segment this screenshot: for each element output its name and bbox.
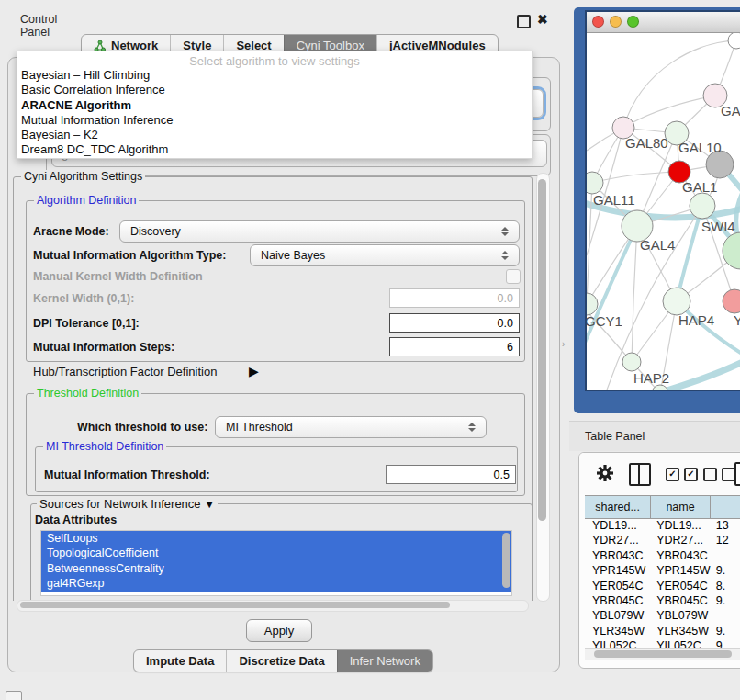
file-icon[interactable] bbox=[734, 462, 740, 486]
kernel-width-label: Kernel Width (0,1): bbox=[33, 292, 134, 305]
unchecked-box-icon bbox=[703, 468, 717, 481]
table-panel: ✓ ✓ shared...name YDL19...YDL19...13YDR2… bbox=[578, 452, 740, 669]
tab-label: Infer Network bbox=[350, 654, 420, 668]
network-canvas[interactable]: GALGAL80GAL10GAL1GAL11SWI4GAL4GCY1HAP4YH… bbox=[587, 33, 740, 390]
algorithm-option[interactable]: Mutual Information Inference bbox=[17, 113, 532, 128]
table-cell: YBR045C bbox=[585, 594, 651, 609]
which-threshold-value: MI Threshold bbox=[226, 421, 293, 434]
combo-spinner-icon bbox=[501, 227, 509, 236]
algorithm-option[interactable]: Bayesian – K2 bbox=[17, 128, 532, 142]
aracne-mode-combobox[interactable]: Discovery bbox=[119, 220, 520, 243]
apply-button[interactable]: Apply bbox=[246, 619, 312, 642]
network-node[interactable] bbox=[587, 293, 598, 315]
algorithm-option[interactable]: Basic Correlation Inference bbox=[17, 83, 532, 97]
network-edge[interactable] bbox=[623, 96, 715, 128]
node-label: SWI4 bbox=[701, 219, 735, 234]
mi-threshold-input[interactable]: 0.5 bbox=[386, 465, 516, 484]
network-node[interactable] bbox=[622, 353, 641, 371]
data-attribute-item[interactable]: BetweennessCentrality bbox=[41, 561, 511, 576]
data-attributes-label: Data Attributes bbox=[35, 514, 117, 526]
minimize-traffic-light[interactable] bbox=[610, 16, 622, 28]
table-cell: YER054C bbox=[585, 580, 651, 594]
list-scrollbar[interactable] bbox=[502, 533, 510, 588]
data-attributes-list[interactable]: SelfLoopsTopologicalCoefficientBetweenne… bbox=[40, 530, 512, 596]
algorithm-definition-title: Algorithm Definition bbox=[34, 194, 139, 207]
dock-panel-icon[interactable] bbox=[6, 691, 22, 700]
select-all-icon[interactable]: ✓ ✓ bbox=[666, 468, 698, 481]
network-window-titlebar[interactable] bbox=[587, 12, 740, 33]
table-row[interactable]: YLR345WYLR345W9. bbox=[585, 625, 740, 639]
column-view-icon[interactable] bbox=[629, 463, 651, 486]
deselect-all-icon[interactable] bbox=[703, 468, 735, 481]
network-edge[interactable] bbox=[592, 172, 679, 183]
table-column-header[interactable]: name bbox=[651, 496, 711, 518]
table-row[interactable]: YDR27...YDR27...12 bbox=[585, 534, 740, 548]
unchecked-box-icon bbox=[722, 468, 735, 481]
table-cell: YDR27... bbox=[651, 534, 711, 548]
table-cell: YBR043C bbox=[651, 549, 711, 564]
table-row[interactable]: YER054CYER054C8. bbox=[585, 580, 740, 594]
network-node[interactable] bbox=[728, 33, 740, 49]
settings-viewport: Cyni Algorithm Settings Algorithm Defini… bbox=[8, 169, 539, 601]
combo-spinner-icon bbox=[468, 423, 476, 432]
node-label: Y bbox=[734, 312, 740, 328]
tab-impute-data[interactable]: Impute Data bbox=[134, 650, 226, 672]
mi-algorithm-type-label: Mutual Information Algorithm Type: bbox=[33, 249, 226, 262]
network-view-window: GALGAL80GAL10GAL1GAL11SWI4GAL4GCY1HAP4YH… bbox=[574, 7, 740, 413]
table-column-header[interactable] bbox=[711, 496, 740, 518]
table-cell: 9. bbox=[711, 594, 740, 609]
algorithm-option[interactable]: ARACNE Algorithm bbox=[17, 98, 532, 113]
table-cell: YDR27... bbox=[585, 534, 651, 548]
expand-right-icon[interactable]: ▶ bbox=[249, 364, 259, 378]
close-traffic-light[interactable] bbox=[592, 16, 604, 28]
scrollbar-thumb[interactable] bbox=[594, 650, 732, 658]
network-node[interactable] bbox=[723, 289, 740, 313]
table-column-header[interactable]: shared... bbox=[585, 496, 651, 518]
aracne-mode-value: Discovery bbox=[130, 225, 181, 238]
table-row[interactable]: YDL19...YDL19...13 bbox=[585, 519, 740, 534]
network-node[interactable] bbox=[587, 172, 603, 194]
algorithm-option[interactable]: Dream8 DC_TDC Algorithm bbox=[17, 142, 532, 157]
bottom-tabbar: Impute DataDiscretize DataInfer Network bbox=[133, 649, 433, 672]
mi-steps-input[interactable]: 6 bbox=[389, 337, 520, 356]
network-edge[interactable] bbox=[632, 226, 637, 362]
kernel-width-input[interactable]: 0.0 bbox=[389, 288, 520, 308]
mi-threshold-definition-title: MI Threshold Definition bbox=[43, 440, 166, 453]
network-node[interactable] bbox=[663, 288, 690, 315]
node-label: GAL bbox=[721, 103, 740, 119]
table-horizontal-scrollbar[interactable] bbox=[585, 648, 740, 660]
table-header-row: shared...name bbox=[585, 495, 740, 519]
mi-threshold-value: 0.5 bbox=[494, 469, 510, 481]
zoom-traffic-light[interactable] bbox=[627, 16, 639, 28]
mi-algorithm-type-combobox[interactable]: Naive Bayes bbox=[250, 244, 520, 266]
which-threshold-combobox[interactable]: MI Threshold bbox=[215, 416, 487, 438]
node-label: HAP4 bbox=[678, 312, 714, 328]
float-window-icon[interactable] bbox=[517, 15, 531, 28]
scrollbar-thumb[interactable] bbox=[538, 179, 546, 521]
gear-icon[interactable] bbox=[595, 463, 615, 483]
settings-vertical-scrollbar[interactable] bbox=[536, 173, 550, 602]
network-node[interactable] bbox=[690, 193, 715, 219]
collapse-down-icon[interactable]: ▼ bbox=[204, 498, 215, 511]
table-row[interactable]: YBR045CYBR045C9. bbox=[585, 594, 740, 609]
algorithm-option[interactable]: Bayesian – Hill Climbing bbox=[17, 68, 532, 83]
table-row[interactable]: YPR145WYPR145W9. bbox=[585, 564, 740, 579]
cyni-settings-group-title: Cyni Algorithm Settings bbox=[21, 170, 145, 183]
data-attribute-item[interactable]: SelfLoops bbox=[41, 531, 511, 546]
manual-kernel-width-checkbox[interactable] bbox=[506, 269, 521, 284]
split-divider-grip[interactable]: › bbox=[562, 339, 565, 349]
data-attribute-item[interactable]: TopologicalCoefficient bbox=[41, 546, 511, 560]
dpi-tolerance-input[interactable]: 0.0 bbox=[389, 313, 520, 333]
table-row[interactable]: YBR043CYBR043C bbox=[585, 549, 740, 564]
settings-horizontal-scrollbar[interactable] bbox=[17, 600, 529, 612]
tab-infer-network[interactable]: Infer Network bbox=[337, 650, 432, 672]
mi-algorithm-type-value: Naive Bayes bbox=[261, 249, 325, 262]
control-panel-title: Control Panel bbox=[20, 13, 57, 39]
tab-discretize-data[interactable]: Discretize Data bbox=[226, 650, 336, 672]
scrollbar-thumb[interactable] bbox=[20, 602, 450, 608]
table-cell: 9. bbox=[711, 625, 740, 639]
close-icon[interactable]: ✖ bbox=[537, 11, 548, 28]
table-row[interactable]: YBL079WYBL079W bbox=[585, 609, 740, 624]
table-cell: YBL079W bbox=[585, 609, 651, 624]
data-attribute-item[interactable]: gal4RGexp bbox=[41, 576, 511, 591]
